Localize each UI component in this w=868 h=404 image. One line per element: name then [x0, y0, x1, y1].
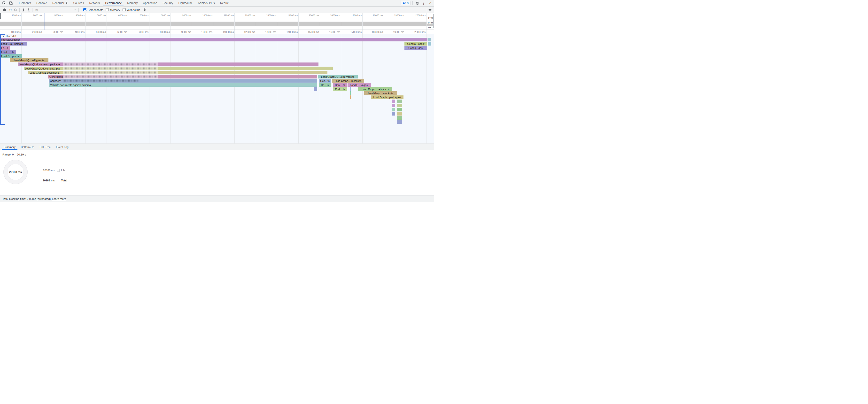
flame-span[interactable]: Genera…ages/	[404, 42, 427, 45]
tab-redux[interactable]: Redux	[217, 0, 231, 6]
flame-span-block[interactable]	[397, 99, 402, 103]
tab-memory[interactable]: Memory	[124, 0, 140, 6]
flame-span-block[interactable]	[397, 104, 402, 107]
flame-span-block[interactable]	[392, 99, 395, 103]
screenshots-checkbox-box[interactable]	[83, 8, 87, 11]
memory-checkbox-box[interactable]	[105, 8, 109, 11]
tab-bottom-up[interactable]: Bottom-Up	[18, 144, 37, 150]
flame-span-block[interactable]	[397, 120, 402, 124]
tab-elements[interactable]: Elements	[16, 0, 34, 6]
flame-span-block[interactable]	[314, 87, 317, 91]
tab-sources[interactable]: Sources	[70, 0, 87, 6]
flame-span[interactable]: Cod….ts	[333, 87, 347, 91]
tab-recorder[interactable]: Recorder	[50, 0, 70, 6]
timeline-overview[interactable]: 1000 ms2000 ms3000 ms4000 ms5000 ms6000 …	[0, 13, 434, 30]
flame-span[interactable]: Load Graph…n-types.ts	[358, 87, 392, 91]
flame-span[interactable]: Codeg…ges/	[404, 46, 427, 50]
flame-span-block[interactable]	[428, 42, 431, 45]
flame-span[interactable]: Load Gra…hema.ts	[0, 42, 27, 45]
learn-more-link[interactable]: Learn more	[52, 197, 66, 200]
overview-left-handle[interactable]	[0, 13, 1, 19]
divider	[426, 8, 426, 12]
cpu-lane-label: CPU	[427, 21, 434, 24]
device-toolbar-icon[interactable]	[9, 1, 13, 5]
ruler-tick-label: 17000 ms	[345, 31, 362, 33]
history-caret-icon[interactable]: ▾	[74, 9, 76, 11]
more-options-icon[interactable]: ⋮	[421, 0, 426, 6]
screenshots-checkbox[interactable]: Screenshots	[83, 8, 103, 11]
flame-span[interactable]: Load GraphQL documents: pac	[24, 67, 333, 70]
flame-span[interactable]: Generate: p	[48, 75, 317, 79]
flame-span[interactable]: Load GraphQ…ed/types.ts	[10, 58, 49, 62]
flame-span-block[interactable]	[350, 87, 351, 91]
record-button[interactable]	[3, 8, 6, 11]
net-lane-label: NET	[428, 26, 434, 29]
flame-span[interactable]: executeCodegen	[0, 38, 428, 41]
load-profile-icon[interactable]	[21, 7, 26, 12]
web-vitals-checkbox-box[interactable]	[123, 8, 126, 11]
ruler-tick-label: 1000 ms	[4, 31, 21, 33]
flame-span[interactable]: Load G…pes.ts	[0, 54, 22, 58]
flame-span[interactable]: Lo…s	[0, 46, 10, 50]
tab-event-log[interactable]: Event Log	[53, 144, 71, 150]
reload-and-record-icon[interactable]: ↻	[8, 7, 13, 12]
flame-span-block[interactable]	[428, 38, 431, 41]
tab-call-tree[interactable]: Call Tree	[37, 144, 53, 150]
tab-network[interactable]: Network	[87, 0, 102, 6]
flame-span-block[interactable]	[397, 116, 402, 120]
flame-span[interactable]: Load Graph…packages/	[371, 95, 403, 99]
tab-console[interactable]: Console	[34, 0, 50, 6]
overview-gridline	[256, 13, 256, 30]
flame-span[interactable]: Load GraphQL documents: package	[18, 62, 318, 66]
flame-span-block[interactable]	[350, 95, 351, 99]
flame-span[interactable]: Codegen:	[49, 79, 317, 83]
save-profile-icon[interactable]	[26, 7, 31, 12]
flame-chart-area[interactable]: 1000 ms2000 ms3000 ms4000 ms5000 ms6000 …	[0, 30, 434, 144]
collapse-triangle-icon[interactable]: ▼	[3, 35, 4, 37]
settings-gear-icon[interactable]	[414, 0, 420, 6]
overview-tick-label: 12000 ms	[239, 14, 255, 17]
tab-summary[interactable]: Summary	[1, 144, 18, 150]
flame-span-block[interactable]	[392, 108, 395, 112]
close-devtools-icon[interactable]: ×	[427, 0, 433, 6]
flame-span[interactable]: Load GraphQL …urn-types.ts	[318, 75, 358, 79]
tab-adblock-plus[interactable]: Adblock Plus	[195, 0, 217, 6]
ruler-tick-label: 16000 ms	[324, 31, 340, 33]
flame-span[interactable]: Co…ts	[319, 83, 331, 87]
feedback-button[interactable]: 3	[401, 1, 410, 6]
flame-span[interactable]: Validate documents against schema	[49, 83, 317, 87]
flame-span[interactable]: Load Graph…/mocks.ts	[332, 79, 364, 83]
tab-performance[interactable]: Performance	[102, 0, 124, 6]
flame-span[interactable]: Load GraphQL documents:	[28, 71, 328, 74]
track-selection-bracket-bottom	[0, 124, 5, 125]
overview-gridline	[213, 13, 213, 30]
inspect-element-icon[interactable]	[2, 1, 6, 5]
overview-tick-label: 7000 ms	[132, 14, 149, 17]
tab-lighthouse[interactable]: Lighthouse	[176, 0, 195, 6]
flame-span[interactable]: Gen…ts	[319, 79, 331, 83]
ruler-tick-label: 11000 ms	[217, 31, 234, 33]
flame-span[interactable]: Load Grap…/mocks.ts	[364, 91, 397, 95]
flame-span[interactable]: Load G…kages/	[347, 83, 371, 87]
thread-header[interactable]: ▼Thread 0	[3, 35, 16, 37]
flame-span[interactable]: Gen….ts	[333, 83, 347, 87]
flame-span-block[interactable]	[392, 104, 395, 107]
thread-track: ▼Thread 0 executeCodegenLoad Gra…hema.ts…	[0, 34, 434, 144]
flame-span-block[interactable]	[397, 112, 402, 116]
tab-security[interactable]: Security	[160, 0, 176, 6]
overview-right-handle[interactable]	[433, 14, 434, 28]
flame-span-block[interactable]	[397, 108, 402, 112]
tab-application[interactable]: Application	[141, 0, 160, 6]
overview-tick-label: 1000 ms	[4, 14, 21, 17]
web-vitals-checkbox[interactable]: Web Vitals	[123, 8, 140, 11]
flame-span-block[interactable]	[350, 91, 351, 95]
capture-settings-gear-icon[interactable]	[427, 7, 433, 12]
total-blocking-time-text: Total blocking time: 0.00ms (estimated)	[2, 197, 51, 200]
flame-span-block[interactable]	[392, 112, 395, 116]
delete-recording-icon[interactable]	[142, 7, 147, 12]
history-select[interactable]: #1	[35, 8, 38, 11]
memory-checkbox[interactable]: Memory	[105, 8, 120, 11]
ruler-tick-label: 5000 ms	[89, 31, 106, 33]
clear-icon[interactable]	[13, 7, 19, 12]
flame-span[interactable]: Load …s.ts	[0, 50, 16, 54]
